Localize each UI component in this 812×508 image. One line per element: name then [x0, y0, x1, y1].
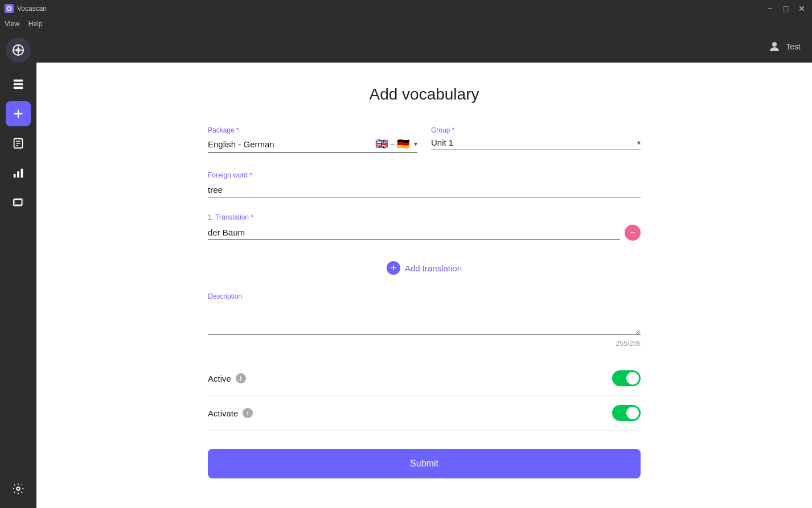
svg-rect-8 [14, 87, 23, 89]
app-title: Vocascan [17, 5, 47, 13]
flag-uk: 🇬🇧 [375, 138, 388, 150]
sidebar-item-stats[interactable] [6, 160, 31, 185]
package-group-row: Package * English - German 🇬🇧 − 🇩🇪 ▾ [208, 126, 641, 153]
titlebar: Vocascan − □ ✕ [0, 0, 812, 17]
page-title: Add vocabulary [71, 85, 778, 104]
translation-label: 1. Translation * [208, 213, 641, 221]
translation-input-wrap [208, 225, 620, 240]
add-vocabulary-form: Package * English - German 🇬🇧 − 🇩🇪 ▾ [208, 126, 641, 478]
description-textarea[interactable] [208, 301, 641, 335]
remove-translation-button[interactable]: − [625, 225, 641, 241]
description-section: Description 255/255 [208, 291, 641, 348]
foreign-word-group: Foreign word * [208, 171, 641, 197]
svg-rect-17 [21, 169, 23, 178]
content-area: Test Add vocabulary Package * English - … [36, 31, 812, 508]
sidebar-item-vocabulary[interactable] [6, 131, 31, 156]
foreign-word-input[interactable] [208, 183, 641, 197]
activate-info-icon[interactable]: i [243, 408, 253, 418]
sidebar-item-settings[interactable] [6, 476, 31, 501]
package-field[interactable]: English - German 🇬🇧 − 🇩🇪 ▾ [208, 138, 417, 153]
svg-rect-6 [14, 80, 23, 82]
menubar: View Help [0, 17, 812, 31]
active-info-icon[interactable]: i [236, 373, 246, 383]
group-value: Unit 1 [431, 138, 637, 147]
group-form-group: Group * Unit 1 ▾ [431, 126, 641, 153]
svg-rect-15 [14, 174, 16, 177]
sidebar-logo [6, 38, 31, 63]
package-flags: 🇬🇧 − 🇩🇪 [375, 138, 409, 150]
add-translation-button[interactable]: + Add translation [208, 254, 641, 282]
package-dropdown-arrow[interactable]: ▾ [414, 140, 417, 148]
foreign-word-label: Foreign word * [208, 171, 641, 179]
package-group: Package * English - German 🇬🇧 − 🇩🇪 ▾ [208, 126, 417, 153]
activate-toggle[interactable] [612, 405, 641, 421]
add-translation-label: Add translation [405, 263, 462, 273]
sidebar-item-cards[interactable] [6, 190, 31, 215]
close-button[interactable]: ✕ [796, 3, 807, 14]
active-label: Active [208, 374, 231, 383]
active-toggle[interactable] [612, 370, 641, 386]
translation-input[interactable] [208, 225, 620, 240]
svg-rect-7 [14, 83, 23, 85]
app-body: Test Add vocabulary Package * English - … [0, 31, 812, 508]
package-value: English - German [208, 139, 375, 149]
add-circle-icon: + [387, 261, 400, 275]
group-dropdown-arrow[interactable]: ▾ [637, 139, 641, 147]
user-name: Test [786, 42, 801, 51]
svg-point-1 [8, 7, 11, 10]
sidebar-item-library[interactable] [6, 72, 31, 97]
translation-row: − [208, 225, 641, 241]
translation-group: 1. Translation * − [208, 213, 641, 250]
minimize-button[interactable]: − [764, 3, 776, 14]
svg-point-21 [772, 42, 777, 47]
sidebar [0, 31, 36, 508]
flag-de: 🇩🇪 [397, 138, 409, 150]
submit-button[interactable]: Submit [208, 449, 641, 478]
menu-view[interactable]: View [5, 20, 19, 28]
activate-toggle-row: Activate i [208, 396, 641, 431]
maximize-button[interactable]: □ [780, 3, 792, 14]
menu-help[interactable]: Help [28, 20, 43, 28]
activate-label-wrap: Activate i [208, 408, 253, 418]
activate-label: Activate [208, 408, 238, 418]
active-toggle-row: Active i [208, 361, 641, 396]
group-label: Group * [431, 126, 641, 134]
char-count: 255/255 [208, 340, 641, 348]
svg-point-20 [17, 487, 20, 490]
window-controls: − □ ✕ [764, 3, 807, 14]
group-field[interactable]: Unit 1 ▾ [431, 138, 641, 150]
sidebar-item-add[interactable] [6, 101, 31, 126]
flag-separator: − [390, 139, 395, 148]
active-label-wrap: Active i [208, 373, 246, 383]
user-info: Test [768, 40, 801, 53]
app-logo [5, 4, 14, 13]
main-content: Add vocabulary Package * English - Germa… [36, 63, 812, 508]
description-label: Description [208, 292, 242, 300]
svg-rect-16 [17, 171, 19, 177]
top-bar: Test [36, 31, 812, 63]
package-label: Package * [208, 126, 417, 134]
